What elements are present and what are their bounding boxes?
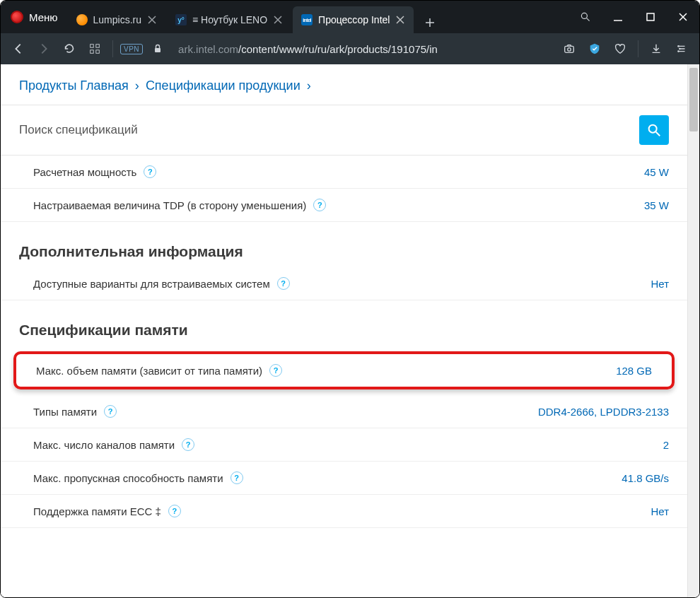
separator [112,40,113,57]
site-lock-icon[interactable] [147,38,168,59]
scrollbar-thumb[interactable] [689,68,698,131]
svg-rect-6 [155,48,161,52]
easy-setup-button[interactable] [671,38,692,59]
favicon-intel-icon: intel [301,14,313,25]
spec-row-embedded: Доступные варианты для встраиваемых сист… [1,267,687,300]
help-icon[interactable]: ? [144,165,156,178]
tabs-strip: Lumpics.ru y° ≡ Ноутбук LENO intel Проце… [68,1,569,33]
search-input[interactable]: Поиск спецификаций [19,123,639,137]
spec-label: Расчетная мощность [33,166,136,178]
window-controls [602,1,699,33]
url-path: /content/www/ru/ru/ark/products/191075/i… [238,43,438,55]
downloads-button[interactable] [646,38,667,59]
nav-forward-button[interactable] [33,38,54,59]
url-field[interactable]: ark.intel.com/content/www/ru/ru/ark/prod… [173,43,554,55]
help-icon[interactable]: ? [313,199,326,211]
reload-button[interactable] [59,38,80,59]
spec-label: Типы памяти [33,406,97,418]
minimize-button[interactable] [602,1,634,33]
favicon-orange-icon [76,14,88,25]
tab-close-icon[interactable] [273,15,283,25]
svg-rect-2 [91,45,94,47]
help-icon[interactable]: ? [104,405,117,418]
help-icon[interactable]: ? [182,438,194,451]
spec-row-memory-channels: Макс. число каналов памяти ? 2 [1,428,687,462]
close-button[interactable] [667,1,699,33]
svg-point-12 [649,125,657,133]
snapshot-button[interactable] [559,38,580,59]
spec-row-max-memory-highlight: Макс. объем памяти (зависит от типа памя… [13,351,675,389]
tab-label: ≡ Ноутбук LENO [192,14,267,25]
separator [638,40,638,57]
breadcrumb-separator: › [304,78,314,93]
maximize-button[interactable] [634,1,667,33]
svg-rect-1 [647,13,654,20]
svg-rect-5 [96,50,100,54]
favicon-y-icon: y° [175,14,187,25]
url-host: ark.intel.com [178,43,238,55]
breadcrumb: Продукты Главная › Спецификации продукци… [1,64,687,105]
svg-point-10 [679,48,681,50]
svg-rect-7 [565,46,574,52]
nav-back-button[interactable] [8,38,29,59]
breadcrumb-separator: › [132,78,142,93]
spec-value: Нет [651,505,669,517]
help-icon[interactable]: ? [277,277,290,290]
section-title-memory: Спецификации памяти [1,300,687,346]
spec-label: Доступные варианты для встраиваемых сист… [33,278,270,290]
tab-label: Lumpics.ru [93,14,141,25]
spec-label: Макс. пропускная способность памяти [33,472,223,484]
svg-point-0 [581,13,587,18]
tab-close-icon[interactable] [147,15,157,25]
svg-point-11 [677,50,679,52]
page-content: Продукты Главная › Спецификации продукци… [1,64,687,598]
spec-label: Настраиваемая величина TDP (в сторону ум… [33,199,306,211]
spec-search-bar: Поиск спецификаций [1,105,687,156]
spec-row-ecc: Поддержка памяти ECC ‡ ? Нет [1,495,687,528]
tab-notebook[interactable]: y° ≡ Ноутбук LENO [167,6,291,33]
spec-value: 35 W [644,199,669,211]
scrollbar[interactable] [687,64,699,598]
svg-rect-3 [96,45,100,47]
spec-value: DDR4-2666, LPDDR3-2133 [538,406,669,418]
window-titlebar: Меню Lumpics.ru y° ≡ Ноутбук LENO intel … [1,1,699,33]
tab-label: Процессор Intel [318,14,390,25]
spec-label: Поддержка памяти ECC ‡ [33,505,161,517]
new-tab-button[interactable] [419,12,441,33]
tab-close-icon[interactable] [395,15,405,25]
address-bar: VPN ark.intel.com/content/www/ru/ru/ark/… [1,33,699,64]
spec-label: Макс. число каналов памяти [33,439,175,451]
speed-dial-button[interactable] [84,38,105,59]
spec-label: Макс. объем памяти (зависит от типа памя… [36,365,262,377]
breadcrumb-products-home[interactable]: Продукты Главная [19,78,129,93]
help-icon[interactable]: ? [168,505,181,517]
bookmark-heart-icon[interactable] [609,38,631,59]
search-button[interactable] [639,115,669,145]
breadcrumb-specifications[interactable]: Спецификации продукции [146,78,301,93]
spec-row-memory-bandwidth: Макс. пропускная способность памяти ? 41… [1,462,687,495]
content-viewport: Продукты Главная › Спецификации продукци… [1,64,699,598]
tab-lumpics[interactable]: Lumpics.ru [68,6,165,33]
menu-label: Меню [29,11,58,23]
help-icon[interactable]: ? [269,364,282,377]
spec-value: 128 GB [616,365,652,377]
section-title-additional: Дополнительная информация [1,222,687,267]
spec-value: 41.8 GB/s [622,472,669,484]
vpn-badge[interactable]: VPN [120,44,143,54]
svg-point-9 [677,45,679,47]
tab-search-button[interactable] [569,1,602,33]
spec-row-tdp-down: Настраиваемая величина TDP (в сторону ум… [1,189,687,222]
svg-rect-4 [91,50,94,54]
spec-row-memory-types: Типы памяти ? DDR4-2666, LPDDR3-2133 [1,395,687,428]
help-icon[interactable]: ? [231,471,243,484]
tab-intel-processor[interactable]: intel Процессор Intel [293,6,414,33]
spec-row-tdp: Расчетная мощность ? 45 W [1,156,687,189]
spec-value: 45 W [644,166,669,178]
spec-value: Нет [651,278,669,290]
spec-value: 2 [663,439,669,451]
opera-icon [11,11,23,23]
opera-menu-button[interactable]: Меню [1,1,68,33]
shield-icon[interactable] [584,38,605,59]
svg-point-8 [568,48,571,52]
